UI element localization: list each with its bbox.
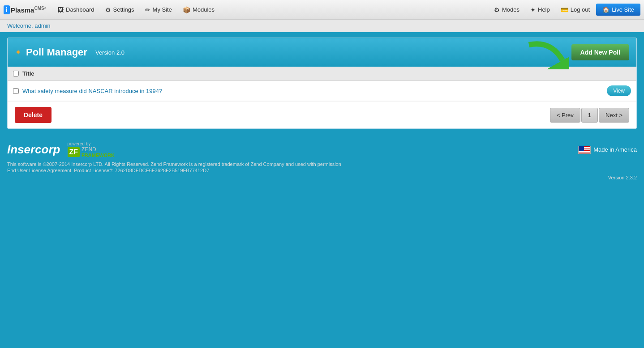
nav-modules-label: Modules <box>193 6 215 13</box>
nav-right: ⚙ Modes ✦ Help 💳 Log out 🏠 Live Site <box>489 4 640 16</box>
navbar: i PlasmaCMS² 🖼 Dashboard ⚙ Settings ✏ My… <box>0 0 644 20</box>
live-site-label: Live Site <box>612 6 634 13</box>
zend-framework-text: FRAMEWORK <box>82 153 115 158</box>
table-row: What safety measure did NASCAR introduce… <box>8 81 636 101</box>
view-poll-button[interactable]: View <box>607 85 631 96</box>
modules-icon: 📦 <box>183 6 190 13</box>
panel-title-area: ✦ Poll Manager Version 2.0 <box>15 47 125 58</box>
table-title-header: Title <box>22 70 34 77</box>
nav-logout[interactable]: 💳 Log out <box>556 4 594 16</box>
zend-logo: ZF ZEND FRAMEWORK <box>68 146 115 158</box>
logout-icon: 💳 <box>561 6 568 13</box>
modes-icon: ⚙ <box>494 6 500 13</box>
footer-license-label: End User License Agreement. <box>7 168 73 173</box>
site-footer: Insercorp powered by ZF ZEND FRAMEWORK M… <box>0 134 644 187</box>
help-icon: ✦ <box>530 6 536 13</box>
panel-footer: Delete < Prev 1 Next > <box>8 101 636 128</box>
panel-version: Version 2.0 <box>95 49 125 56</box>
table-data-left: What safety measure did NASCAR introduce… <box>13 88 162 94</box>
nav-modes-label: Modes <box>502 6 519 13</box>
zend-text: ZEND <box>82 146 115 153</box>
made-in-america: Made in America <box>578 146 637 154</box>
poll-link[interactable]: What safety measure did NASCAR introduce… <box>22 88 162 94</box>
powered-by: powered by ZF ZEND FRAMEWORK <box>68 141 115 158</box>
nav-modes[interactable]: ⚙ Modes <box>489 4 524 16</box>
poll-checkbox[interactable] <box>13 88 19 94</box>
powered-by-label: powered by <box>68 141 91 146</box>
nav-logout-label: Log out <box>571 6 590 13</box>
arrow-pointer-icon <box>524 38 569 69</box>
brand-icon: i <box>4 5 10 14</box>
nav-help[interactable]: ✦ Help <box>526 4 554 16</box>
footer-license: End User License Agreement. Product Lice… <box>7 168 637 173</box>
nav-modules[interactable]: 📦 Modules <box>178 4 219 16</box>
panel-star-icon: ✦ <box>15 47 21 57</box>
footer-top: Insercorp powered by ZF ZEND FRAMEWORK M… <box>7 141 637 158</box>
nav-dashboard-label: Dashboard <box>66 6 94 13</box>
nav-my-site-label: My Site <box>153 6 172 13</box>
prev-page-button[interactable]: < Prev <box>550 108 580 123</box>
us-flag-canton <box>579 146 584 151</box>
next-page-button[interactable]: Next > <box>599 108 629 123</box>
welcome-bar: Welcome, admin <box>0 20 644 32</box>
footer-version: Version 2.3.2 <box>7 175 637 180</box>
dashboard-icon: 🖼 <box>57 6 64 13</box>
nav-dashboard[interactable]: 🖼 Dashboard <box>53 4 99 16</box>
poll-manager-panel: ✦ Poll Manager Version 2.0 Add New Poll … <box>7 38 637 129</box>
nav-settings-label: Settings <box>113 6 134 13</box>
panel-header: ✦ Poll Manager Version 2.0 Add New Poll <box>8 38 636 67</box>
brand-logo[interactable]: i PlasmaCMS² <box>4 5 46 14</box>
us-flag-icon <box>578 146 591 154</box>
brand-name: PlasmaCMS² <box>11 6 46 14</box>
settings-icon: ⚙ <box>105 6 111 13</box>
live-site-icon: 🏠 <box>602 6 610 13</box>
footer-brand: Insercorp powered by ZF ZEND FRAMEWORK <box>7 141 115 158</box>
nav-settings[interactable]: ⚙ Settings <box>101 4 139 16</box>
made-in-america-text: Made in America <box>593 146 637 153</box>
panel-title: Poll Manager <box>26 47 87 58</box>
pagination: < Prev 1 Next > <box>550 108 629 123</box>
main-content: ✦ Poll Manager Version 2.0 Add New Poll … <box>0 32 644 134</box>
welcome-text: Welcome, admin <box>7 22 51 29</box>
insercorp-logo: Insercorp <box>7 143 60 157</box>
delete-button[interactable]: Delete <box>15 107 52 123</box>
add-new-poll-button[interactable]: Add New Poll <box>571 44 629 60</box>
page-1-button[interactable]: 1 <box>581 108 598 123</box>
footer-copyright: This software is ©2007-2014 Insercorp LT… <box>7 161 637 167</box>
footer-product-license: Product License#: 7262D8DFDCE6F3628F2B51… <box>74 168 209 173</box>
zend-text-block: ZEND FRAMEWORK <box>82 146 115 158</box>
nav-items: 🖼 Dashboard ⚙ Settings ✏ My Site 📦 Modul… <box>53 4 489 16</box>
live-site-button[interactable]: 🏠 Live Site <box>596 4 640 16</box>
nav-my-site[interactable]: ✏ My Site <box>141 4 176 16</box>
select-all-checkbox[interactable] <box>13 71 19 76</box>
my-site-icon: ✏ <box>145 6 150 13</box>
nav-help-label: Help <box>538 6 550 13</box>
zend-z-icon: ZF <box>68 147 80 157</box>
